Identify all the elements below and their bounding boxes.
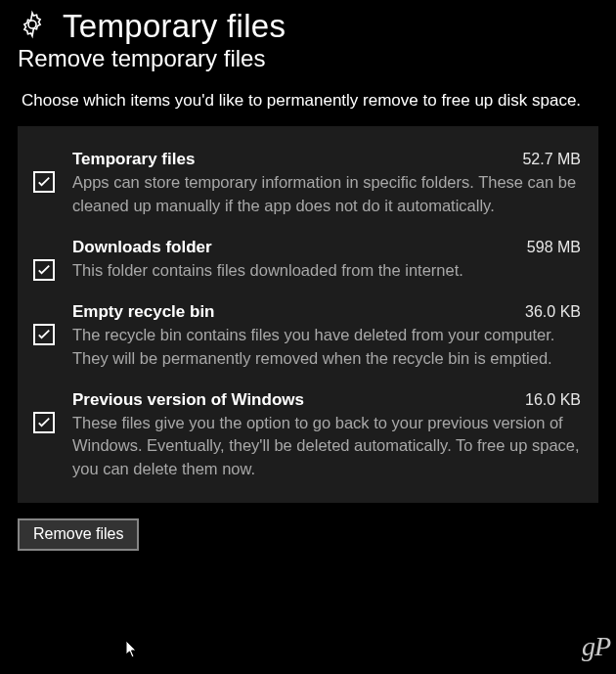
watermark: gP (582, 631, 610, 662)
checkbox-temporary-files[interactable] (33, 171, 55, 193)
item-size: 598 MB (527, 239, 581, 256)
item-title: Empty recycle bin (72, 302, 215, 322)
item-description: The recycle bin contains files you have … (72, 324, 581, 371)
item-description: This folder contains files downloaded fr… (72, 259, 581, 283)
checkbox-previous-windows[interactable] (33, 412, 55, 433)
list-item: Temporary files 52.7 MB Apps can store t… (27, 144, 581, 232)
list-item: Previous version of Windows 16.0 KB Thes… (27, 384, 581, 482)
item-title: Previous version of Windows (72, 390, 304, 410)
temporary-files-list: Temporary files 52.7 MB Apps can store t… (18, 126, 598, 503)
item-description: These files give you the option to go ba… (72, 412, 581, 482)
checkbox-downloads-folder[interactable] (33, 259, 55, 281)
item-title: Temporary files (72, 150, 195, 169)
item-size: 52.7 MB (522, 151, 581, 168)
list-item: Downloads folder 598 MB This folder cont… (27, 232, 581, 296)
checkbox-empty-recycle-bin[interactable] (33, 324, 55, 345)
cursor-icon (125, 640, 139, 659)
instruction-text: Choose which items you'd like to permane… (4, 90, 612, 126)
remove-files-button[interactable]: Remove files (18, 518, 139, 551)
page-subtitle: Remove temporary files (4, 45, 612, 90)
item-size: 36.0 KB (525, 303, 581, 321)
gear-icon (18, 10, 47, 43)
item-title: Downloads folder (72, 238, 212, 257)
svg-point-0 (28, 21, 36, 28)
item-size: 16.0 KB (525, 391, 581, 409)
item-description: Apps can store temporary information in … (72, 171, 581, 218)
page-title: Temporary files (63, 8, 286, 45)
page-header: Temporary files (4, 8, 612, 47)
list-item: Empty recycle bin 36.0 KB The recycle bi… (27, 296, 581, 384)
